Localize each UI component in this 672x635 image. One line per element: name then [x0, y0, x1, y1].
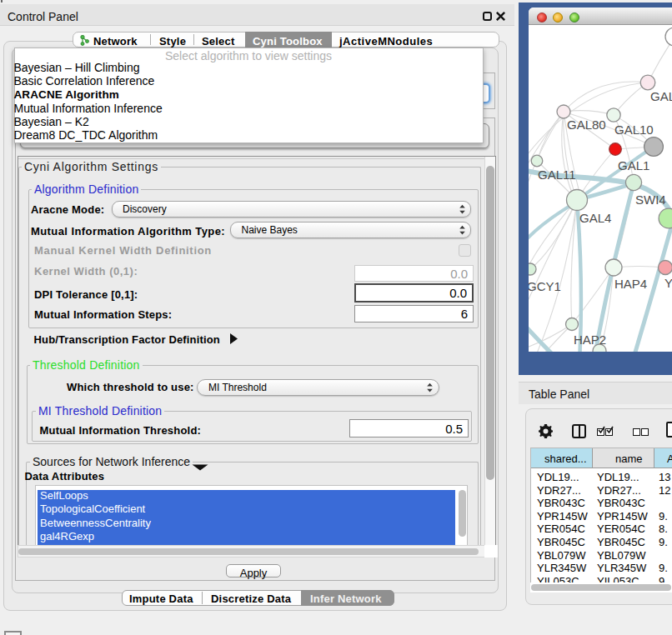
- svg-text:GAL4: GAL4: [579, 211, 611, 225]
- svg-text:GAL7: GAL7: [650, 89, 672, 103]
- svg-text:SWI4: SWI4: [635, 192, 666, 207]
- svg-text:GCY1: GCY1: [529, 279, 561, 293]
- svg-text:HAP4: HAP4: [614, 277, 647, 291]
- svg-text:GAL11: GAL11: [538, 168, 576, 182]
- svg-text:HAP2: HAP2: [574, 332, 606, 347]
- svg-text:Y: Y: [664, 276, 672, 290]
- svg-text:GAL10: GAL10: [614, 122, 654, 137]
- svg-text:GAL1: GAL1: [618, 158, 649, 172]
- svg-text:GAL80: GAL80: [567, 118, 606, 132]
